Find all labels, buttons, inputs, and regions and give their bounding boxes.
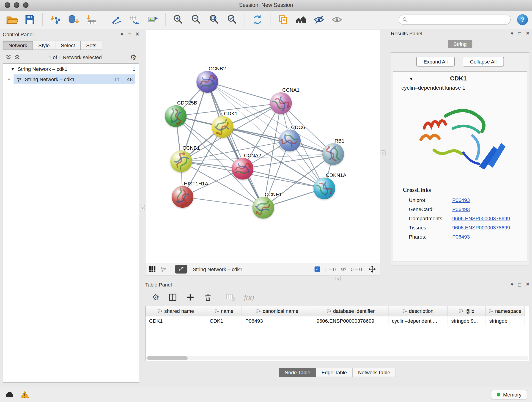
column-header-canonical-name[interactable]: canonical name (242, 306, 313, 316)
table-cell[interactable]: 9606.ENSP00000378699 (313, 316, 388, 325)
network-canvas[interactable]: CCNB2CCNA1CDC25BCDK1CDC6RB1CCNB1CCNA2CDK… (146, 30, 380, 263)
gear-icon[interactable]: ⚙ (130, 53, 136, 61)
selected-checkbox-icon[interactable]: ✓ (315, 266, 320, 272)
left-splitter-handle[interactable] (140, 205, 145, 210)
tab-network-table[interactable]: Network Table (352, 368, 396, 377)
memory-button[interactable]: Memory (491, 390, 527, 400)
column-header-name[interactable]: name (206, 306, 242, 316)
crosslink-link[interactable]: P06493 (452, 197, 470, 203)
clone-network-button[interactable] (275, 12, 291, 27)
share-view-icon[interactable] (160, 266, 167, 273)
panel-close-icon[interactable]: × (526, 281, 529, 288)
apply-layout-button[interactable] (250, 12, 265, 27)
network-row-selected[interactable]: ● String Network – cdk1 11 48 (3, 74, 139, 84)
zoom-selected-button[interactable] (224, 12, 240, 27)
table-cell[interactable]: CDK1 (146, 316, 206, 325)
search-input[interactable] (410, 17, 507, 23)
show-all-button[interactable] (329, 12, 345, 27)
open-session-button[interactable] (4, 12, 20, 27)
search-field[interactable] (399, 15, 511, 25)
import-table-button[interactable] (83, 12, 99, 27)
crosslink-link[interactable]: 9606.ENSP00000378699 (452, 225, 510, 230)
table-cell[interactable]: CDK1 (206, 316, 242, 325)
column-header-shared-name[interactable]: shared name (146, 306, 206, 316)
zoom-fit-button[interactable] (206, 12, 222, 27)
network-from-table-button[interactable] (127, 12, 143, 27)
open-external-icon (178, 266, 184, 272)
panel-float-icon[interactable]: □ (518, 281, 521, 287)
zoom-out-button[interactable] (188, 12, 204, 27)
network-node-CCNE1[interactable] (253, 197, 274, 219)
import-network-button[interactable] (47, 12, 63, 27)
detach-view-button[interactable] (175, 265, 187, 274)
tab-edge-table[interactable]: Edge Table (316, 368, 353, 377)
selected-count: 1 – 0 (324, 266, 336, 272)
warning-icon[interactable] (20, 390, 29, 399)
disclosure-triangle-icon[interactable]: ▼ (11, 66, 15, 71)
memory-status-dot (497, 393, 500, 396)
tab-select[interactable]: Select (55, 41, 81, 50)
expand-all-icon[interactable] (14, 54, 20, 60)
network-node-CCNA1[interactable] (270, 92, 292, 114)
horizontal-scrollbar[interactable] (146, 356, 528, 360)
disclosure-triangle-icon[interactable]: ▼ (409, 76, 413, 81)
collapse-all-button[interactable]: Collapse All (463, 57, 504, 66)
scrollbar-thumb[interactable] (147, 356, 188, 360)
crosslink-link[interactable]: P06493 (452, 234, 470, 240)
zoom-out-icon (190, 13, 202, 26)
panel-close-icon[interactable]: × (136, 31, 139, 38)
bottom-splitter-handle[interactable] (336, 276, 341, 281)
import-network-from-database-button[interactable] (65, 12, 81, 27)
network-node-CDKN1A[interactable] (313, 177, 335, 199)
tab-network[interactable]: Network (3, 41, 33, 50)
new-network-button[interactable] (109, 12, 124, 27)
table-row[interactable]: CDK1CDK1P064939606.ENSP00000378699cyclin… (146, 316, 525, 325)
network-node-CCNB2[interactable] (196, 71, 218, 93)
panel-menu-icon[interactable]: ▾ (120, 31, 123, 37)
expand-all-button[interactable]: Expand All (417, 57, 455, 66)
pan-crosshair-icon[interactable] (368, 265, 376, 274)
crosslink-link[interactable]: 9606.ENSP00000378699 (452, 216, 510, 221)
network-node-CCNA2[interactable] (232, 158, 253, 180)
table-cell[interactable]: stringdb (486, 316, 525, 325)
panel-menu-icon[interactable]: ▾ (511, 281, 513, 288)
grid-view-icon[interactable] (149, 266, 156, 273)
table-settings-gear-icon[interactable]: ⚙ (152, 293, 159, 301)
column-header-database-identifier[interactable]: database identifier (313, 306, 388, 316)
show-columns-icon[interactable] (168, 293, 177, 302)
tab-node-table[interactable]: Node Table (279, 368, 316, 377)
export-image-button[interactable] (145, 12, 160, 27)
column-header-namespace[interactable]: namespace (486, 306, 525, 316)
gene-header[interactable]: ▼ CDK1 (393, 71, 527, 83)
network-node-CDK1[interactable] (212, 116, 234, 138)
panel-menu-icon[interactable]: ▾ (511, 30, 513, 36)
column-header-@id[interactable]: @id (448, 306, 486, 316)
crosslink-link[interactable]: P06493 (452, 206, 470, 212)
add-column-icon[interactable] (186, 293, 195, 302)
column-header-description[interactable]: description (388, 306, 448, 316)
network-collection-row[interactable]: ▼ String Network – cdk1 1 (3, 64, 139, 74)
network-node-HIST1H1A[interactable] (172, 186, 193, 208)
save-session-button[interactable] (22, 12, 38, 27)
panel-float-icon[interactable]: □ (128, 32, 131, 37)
table-cell[interactable]: stringdb:9... (448, 316, 486, 325)
delete-column-icon[interactable] (203, 293, 212, 302)
network-node-CDC25B[interactable] (165, 105, 187, 127)
zoom-in-button[interactable] (170, 12, 186, 27)
tab-sets[interactable]: Sets (80, 41, 102, 50)
network-node-CDC6[interactable] (279, 130, 301, 152)
tab-style[interactable]: Style (32, 41, 56, 50)
panel-close-icon[interactable]: × (526, 30, 529, 37)
tab-string[interactable]: String (448, 40, 472, 48)
cloud-icon[interactable] (5, 391, 15, 398)
collapse-all-icon[interactable] (6, 54, 12, 60)
right-splitter-handle[interactable] (381, 150, 386, 155)
first-neighbors-button[interactable] (293, 12, 309, 27)
hide-selected-button[interactable] (311, 12, 327, 27)
panel-float-icon[interactable]: □ (518, 31, 521, 36)
network-node-RB1[interactable] (322, 143, 344, 165)
network-node-CCNB1[interactable] (170, 150, 192, 172)
table-cell[interactable]: P06493 (242, 316, 313, 325)
table-cell[interactable]: cyclin–dependent ... (388, 316, 448, 325)
help-button[interactable]: ? (517, 14, 528, 25)
